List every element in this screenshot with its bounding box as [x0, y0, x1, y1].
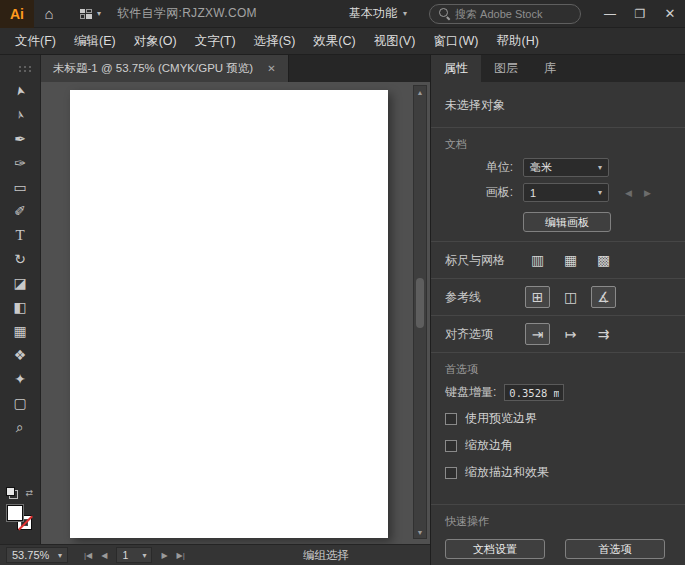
- scroll-up-icon[interactable]: ▲: [414, 86, 426, 98]
- prev-artboard-icon[interactable]: ◀: [625, 188, 632, 198]
- menu-effect[interactable]: 效果(C): [304, 28, 364, 55]
- scale-corners-label: 缩放边角: [465, 437, 513, 454]
- stock-search: [429, 4, 581, 24]
- fill-stroke-swatches: [6, 502, 34, 534]
- artboard-row: 画板: 1 ▾ ◀ ▶: [431, 180, 685, 205]
- restore-button[interactable]: ❐: [625, 0, 655, 28]
- arrange-documents-icon: [80, 9, 92, 19]
- document-tab[interactable]: 未标题-1 @ 53.75% (CMYK/GPU 预览) ✕: [41, 55, 289, 82]
- preview-bounds-label: 使用预览边界: [465, 410, 537, 427]
- previous-artboard-icon[interactable]: ◀: [101, 551, 107, 560]
- zoom-tool[interactable]: ⌕: [0, 415, 40, 439]
- transparency-grid-icon[interactable]: ▩: [591, 249, 616, 271]
- statusbar: 53.75% ▾ |◀ ◀ 1 ▾ ▶ ▶| 编组选择: [0, 544, 430, 565]
- paintbrush-tool[interactable]: ✐: [0, 199, 40, 223]
- scrollbar-track[interactable]: [414, 98, 426, 526]
- type-tool[interactable]: T: [0, 223, 40, 247]
- scroll-down-icon[interactable]: ▼: [414, 526, 426, 538]
- default-fill-stroke-icon[interactable]: [6, 487, 18, 499]
- scale-corners-row: 缩放边角: [431, 432, 685, 459]
- workspace-menu[interactable]: 基本功能 ▾: [349, 5, 407, 22]
- menu-file[interactable]: 文件(F): [6, 28, 65, 55]
- keyboard-increment-label: 键盘增量:: [445, 384, 496, 401]
- artboard-tool[interactable]: ▢: [0, 391, 40, 415]
- close-button[interactable]: ✕: [655, 0, 685, 28]
- artboard-number-select[interactable]: 1 ▾: [116, 547, 152, 563]
- preferences-button[interactable]: 首选项: [565, 539, 665, 559]
- artboard[interactable]: [70, 90, 388, 538]
- menu-window[interactable]: 窗口(W): [424, 28, 487, 55]
- artboard-navigation: |◀ ◀ 1 ▾ ▶ ▶|: [84, 547, 185, 563]
- next-artboard-icon[interactable]: ▶: [644, 188, 651, 198]
- workspace-switcher[interactable]: ▾: [80, 9, 101, 19]
- fill-color-swatch[interactable]: [7, 505, 23, 521]
- home-icon[interactable]: ⌂: [34, 0, 64, 28]
- preferences-section-label: 首选项: [431, 353, 685, 380]
- scale-strokes-effects-checkbox[interactable]: [445, 467, 457, 479]
- menu-select[interactable]: 选择(S): [245, 28, 305, 55]
- show-guides-icon[interactable]: ⊞: [525, 286, 550, 308]
- tab-layers[interactable]: 图层: [481, 55, 531, 82]
- mesh-tool[interactable]: ▦: [0, 319, 40, 343]
- guides-label: 参考线: [445, 289, 525, 306]
- quick-actions-buttons: 文档设置 首选项: [431, 532, 685, 561]
- menu-help[interactable]: 帮助(H): [488, 28, 548, 55]
- chevron-down-icon: ▾: [58, 551, 62, 560]
- edit-artboard-button[interactable]: 编辑画板: [523, 212, 611, 232]
- keyboard-increment-input[interactable]: [504, 384, 564, 401]
- snap-to-pixel-icon[interactable]: ⇉: [591, 323, 616, 345]
- workspace-name: 基本功能: [349, 5, 397, 22]
- menu-object[interactable]: 对象(O): [125, 28, 186, 55]
- chevron-down-icon: ▾: [97, 9, 101, 18]
- next-artboard-icon[interactable]: ▶: [161, 551, 167, 560]
- first-artboard-icon[interactable]: |◀: [84, 551, 92, 560]
- blend-tool[interactable]: ❖: [0, 343, 40, 367]
- preview-bounds-checkbox[interactable]: [445, 413, 457, 425]
- gradient-tool[interactable]: ◧: [0, 295, 40, 319]
- align-options-label: 对齐选项: [445, 326, 525, 343]
- artboard-label: 画板:: [445, 184, 523, 201]
- tools-panel: ➤ ➢ ✒ ✑ ▭ ✐ T ↻ ◪ ◧ ▦ ❖ ✦ ▢ ⌕ ⇄: [0, 55, 41, 544]
- close-tab-icon[interactable]: ✕: [267, 63, 275, 74]
- canvas-area[interactable]: ▲ ▼: [41, 82, 430, 544]
- tab-properties[interactable]: 属性: [431, 55, 481, 82]
- document-tabstrip: 未标题-1 @ 53.75% (CMYK/GPU 预览) ✕: [41, 55, 430, 82]
- curvature-tool[interactable]: ✑: [0, 151, 40, 175]
- illustrator-window: Ai ⌂ ▾ 软件自学网:RJZXW.COM 基本功能 ▾ — ❐ ✕ 文件(F…: [0, 0, 685, 565]
- snap-to-grid-icon[interactable]: ↦: [558, 323, 583, 345]
- shaper-tool[interactable]: ✦: [0, 367, 40, 391]
- menu-view[interactable]: 视图(V): [365, 28, 425, 55]
- eraser-tool[interactable]: ◪: [0, 271, 40, 295]
- document-setup-button[interactable]: 文档设置: [445, 539, 545, 559]
- chevron-down-icon: ▾: [598, 163, 602, 172]
- last-artboard-icon[interactable]: ▶|: [177, 551, 185, 560]
- scale-strokes-effects-row: 缩放描边和效果: [431, 459, 685, 486]
- search-input[interactable]: [455, 8, 567, 20]
- swap-fill-stroke-icon[interactable]: ⇄: [25, 488, 33, 498]
- smart-guides-icon[interactable]: ∡: [591, 286, 616, 308]
- scale-strokes-effects-label: 缩放描边和效果: [465, 464, 549, 481]
- scale-corners-checkbox[interactable]: [445, 440, 457, 452]
- vertical-scrollbar[interactable]: ▲ ▼: [413, 85, 427, 539]
- artboard-value: 1: [530, 187, 536, 199]
- rotate-tool[interactable]: ↻: [0, 247, 40, 271]
- app-logo[interactable]: Ai: [0, 0, 34, 28]
- grid-icon[interactable]: ▦: [558, 249, 583, 271]
- snap-to-point-icon[interactable]: ⇥: [525, 323, 550, 345]
- artboard-dropdown[interactable]: 1 ▾: [523, 183, 609, 202]
- minimize-button[interactable]: —: [595, 0, 625, 28]
- zoom-select[interactable]: 53.75% ▾: [6, 547, 68, 563]
- lock-guides-icon[interactable]: ◫: [558, 286, 583, 308]
- menu-edit[interactable]: 编辑(E): [65, 28, 125, 55]
- titlebar: Ai ⌂ ▾ 软件自学网:RJZXW.COM 基本功能 ▾ — ❐ ✕: [0, 0, 685, 28]
- rectangle-tool[interactable]: ▭: [0, 175, 40, 199]
- chevron-down-icon: ▾: [598, 188, 602, 197]
- unit-dropdown[interactable]: 毫米 ▾: [523, 158, 609, 177]
- document-section-label: 文档: [431, 128, 685, 155]
- artboard-prev-next: ◀ ▶: [625, 188, 651, 198]
- unit-value: 毫米: [530, 160, 552, 175]
- tab-libraries[interactable]: 库: [531, 55, 569, 82]
- scrollbar-thumb[interactable]: [416, 278, 424, 328]
- menu-type[interactable]: 文字(T): [186, 28, 245, 55]
- rulers-icon[interactable]: ▥: [525, 249, 550, 271]
